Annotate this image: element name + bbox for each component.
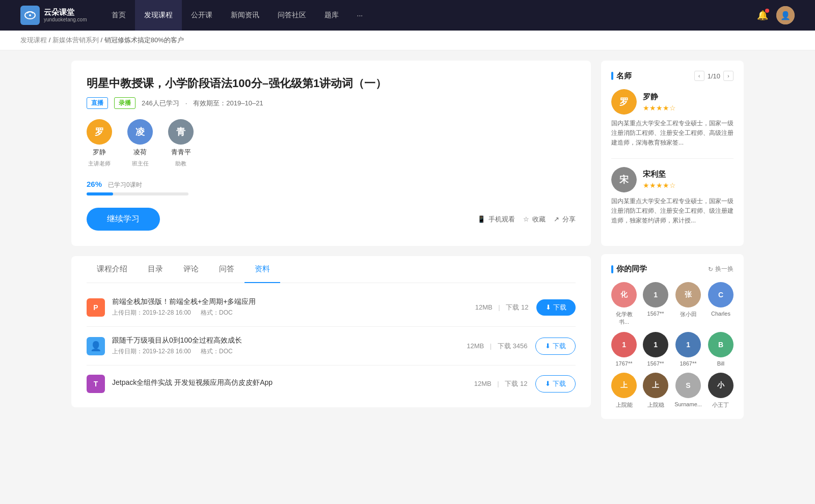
course-meta: 直播 录播 246人已学习 · 有效期至：2019–10–21 bbox=[87, 97, 576, 109]
collect-button[interactable]: ☆ 收藏 bbox=[523, 215, 546, 224]
resource-name-1: 前端全栈加强版！前端全栈+全周期+多端应用 bbox=[112, 297, 475, 306]
teachers-pagination: ‹ 1/10 › bbox=[694, 71, 734, 81]
mobile-watch-button[interactable]: 📱 手机观看 bbox=[477, 215, 515, 224]
tab-intro[interactable]: 课程介绍 bbox=[87, 256, 138, 283]
resource-icon-2: 👤 bbox=[87, 337, 105, 355]
classmate-3-name: 张小田 bbox=[680, 311, 697, 318]
classmate-2-name: 1567** bbox=[647, 311, 664, 317]
sidebar-teacher-1-stars: ★★★★☆ bbox=[643, 104, 676, 112]
progress-bar-bg bbox=[87, 192, 188, 195]
teacher-1-role: 主讲老师 bbox=[88, 160, 111, 167]
teacher-1: 罗 罗静 主讲老师 bbox=[87, 119, 112, 167]
classmate-9[interactable]: 上 上院能 bbox=[611, 373, 637, 409]
tab-resource[interactable]: 资料 bbox=[244, 256, 280, 283]
notification-dot bbox=[765, 9, 769, 13]
classmate-5-avatar: 1 bbox=[611, 332, 637, 357]
tab-qa[interactable]: 问答 bbox=[209, 256, 244, 283]
mobile-icon: 📱 bbox=[477, 215, 485, 223]
user-avatar[interactable]: 👤 bbox=[776, 6, 795, 24]
teacher-2: 凌 凌荷 班主任 bbox=[127, 119, 153, 167]
classmate-9-avatar: 上 bbox=[611, 373, 637, 398]
teacher-3-name: 青青平 bbox=[171, 148, 191, 157]
teacher-1-avatar: 罗 bbox=[87, 119, 112, 145]
navbar: 云朵课堂 yunduoketang.com 首页 发现课程 公开课 新闻资讯 问… bbox=[0, 0, 815, 31]
teacher-3: 青 青青平 助教 bbox=[168, 119, 194, 167]
nav-news[interactable]: 新闻资讯 bbox=[222, 0, 268, 31]
expire-date: 有效期至：2019–10–21 bbox=[193, 99, 263, 108]
nav-more[interactable]: ··· bbox=[348, 0, 372, 31]
teacher-1-name: 罗静 bbox=[93, 148, 106, 157]
sidebar-teacher-2-stars: ★★★★☆ bbox=[643, 181, 676, 189]
breadcrumb-link-1[interactable]: 发现课程 bbox=[20, 36, 47, 44]
classmate-8-avatar: B bbox=[708, 332, 734, 357]
classmate-7[interactable]: 1 1867** bbox=[674, 332, 702, 367]
nav-home[interactable]: 首页 bbox=[102, 0, 135, 31]
classmate-4-name: Charles bbox=[711, 311, 730, 317]
nav-open[interactable]: 公开课 bbox=[182, 0, 222, 31]
resource-info-3: Jetpack全组件实战 开发短视频应用高仿皮皮虾App bbox=[112, 378, 474, 389]
classmate-1-avatar: 化 bbox=[611, 282, 637, 307]
continue-learning-button[interactable]: 继续学习 bbox=[87, 208, 160, 231]
download-button-2[interactable]: ⬇ 下载 bbox=[535, 338, 576, 355]
next-teacher-btn[interactable]: › bbox=[723, 71, 734, 81]
teacher-2-avatar: 凌 bbox=[127, 119, 153, 145]
left-content: 明星中教授课，小学阶段语法100分–强化级第1讲动词（一） 直播 录播 246人… bbox=[71, 61, 591, 427]
classmate-9-name: 上院能 bbox=[616, 401, 633, 409]
sidebar-teacher-2-desc: 国内某重点大学安全工程专业硕士，国家一级注册消防工程师、注册安全工程师、级注册建… bbox=[611, 197, 734, 226]
sidebar-teacher-2-avatar: 宋 bbox=[611, 167, 637, 192]
tab-review[interactable]: 评论 bbox=[173, 256, 209, 283]
course-title: 明星中教授课，小学阶段语法100分–强化级第1讲动词（一） bbox=[87, 76, 576, 91]
classmate-4[interactable]: C Charles bbox=[708, 282, 734, 326]
prev-teacher-btn[interactable]: ‹ bbox=[694, 71, 704, 81]
sidebar-teacher-1-desc: 国内某重点大学安全工程专业硕士，国家一级注册消防工程师、注册安全工程师、高级注册… bbox=[611, 119, 734, 148]
resource-item-3: T Jetpack全组件实战 开发短视频应用高仿皮皮虾App 12MB | 下载… bbox=[87, 366, 576, 402]
notification-bell[interactable]: 🔔 bbox=[757, 10, 768, 21]
classmate-6-avatar: 1 bbox=[643, 332, 668, 357]
download-button-1[interactable]: ⬇ 下载 bbox=[536, 299, 576, 316]
classmates-header: 你的同学 ↻ 换一换 bbox=[611, 264, 734, 274]
share-button[interactable]: ↗ 分享 bbox=[554, 215, 576, 224]
progress-section: 26% 已学习0课时 bbox=[87, 180, 576, 195]
teachers-card-title: 名师 bbox=[611, 71, 632, 81]
classmate-11[interactable]: S Surname... bbox=[674, 373, 702, 409]
classmate-3-avatar: 张 bbox=[675, 282, 701, 307]
classmate-2-avatar: 1 bbox=[643, 282, 668, 307]
classmate-3[interactable]: 张 张小田 bbox=[674, 282, 702, 326]
right-sidebar: 名师 ‹ 1/10 › 罗 罗静 ★★★★☆ 国 bbox=[601, 61, 744, 427]
tab-catalog[interactable]: 目录 bbox=[138, 256, 173, 283]
classmate-11-name: Surname... bbox=[674, 401, 702, 407]
sidebar-teacher-2: 宋 宋利坚 ★★★★☆ 国内某重点大学安全工程专业硕士，国家一级注册消防工程师、… bbox=[611, 167, 734, 226]
nav-discover[interactable]: 发现课程 bbox=[135, 0, 182, 31]
classmate-6[interactable]: 1 1567** bbox=[643, 332, 668, 367]
nav-logo[interactable]: 云朵课堂 yunduoketang.com bbox=[20, 6, 87, 25]
breadcrumb-link-2[interactable]: 新媒体营销系列 bbox=[52, 36, 99, 44]
star-icon: ☆ bbox=[523, 215, 529, 223]
resource-item-1: P 前端全栈加强版！前端全栈+全周期+多端应用 上传日期：2019-12-28 … bbox=[87, 288, 576, 327]
refresh-classmates-btn[interactable]: ↻ 换一换 bbox=[708, 265, 734, 273]
progress-sublabel: 已学习0课时 bbox=[108, 181, 142, 188]
classmate-5-name: 1767** bbox=[616, 360, 633, 367]
teachers-sidebar-card: 名师 ‹ 1/10 › 罗 罗静 ★★★★☆ 国 bbox=[601, 61, 744, 246]
download-button-3[interactable]: ⬇ 下载 bbox=[535, 375, 576, 393]
classmate-8[interactable]: B Bill bbox=[708, 332, 734, 367]
breadcrumb-current: 销冠修炼术搞定80%的客户 bbox=[104, 36, 184, 44]
classmate-7-avatar: 1 bbox=[675, 332, 701, 357]
classmate-7-name: 1867** bbox=[680, 360, 697, 367]
course-header-card: 明星中教授课，小学阶段语法100分–强化级第1讲动词（一） 直播 录播 246人… bbox=[71, 61, 591, 246]
share-icon: ↗ bbox=[554, 215, 559, 223]
course-actions: 继续学习 📱 手机观看 ☆ 收藏 ↗ 分享 bbox=[87, 208, 576, 231]
classmate-1[interactable]: 化 化学教书... bbox=[611, 282, 637, 326]
refresh-icon: ↻ bbox=[708, 266, 713, 273]
classmate-2[interactable]: 1 1567** bbox=[643, 282, 668, 326]
content-tabs-card: 课程介绍 目录 评论 问答 资料 P 前端全栈加强版！前端全栈+全周期+多端应用… bbox=[71, 256, 591, 407]
teachers-card-header: 名师 ‹ 1/10 › bbox=[611, 71, 734, 81]
resource-meta-2: 上传日期：2019-12-28 16:00 格式：DOC bbox=[112, 347, 467, 356]
classmate-10[interactable]: 上 上院稳 bbox=[643, 373, 668, 409]
nav-exam[interactable]: 题库 bbox=[315, 0, 348, 31]
classmate-5[interactable]: 1 1767** bbox=[611, 332, 637, 367]
logo-text: 云朵课堂 yunduoketang.com bbox=[44, 8, 87, 23]
sidebar-teacher-1-avatar: 罗 bbox=[611, 89, 637, 115]
action-buttons: 📱 手机观看 ☆ 收藏 ↗ 分享 bbox=[477, 215, 576, 224]
classmate-12[interactable]: 小 小王丁 bbox=[708, 373, 734, 409]
nav-qa[interactable]: 问答社区 bbox=[268, 0, 315, 31]
